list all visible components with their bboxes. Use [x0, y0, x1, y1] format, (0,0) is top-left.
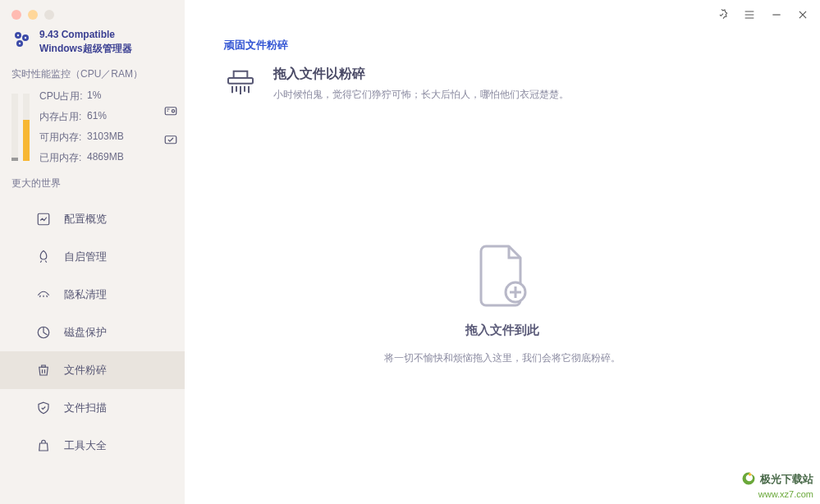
svg-point-4: [25, 37, 26, 39]
metric-free: 可用内存:3103MB: [39, 131, 153, 144]
nav-item-disk[interactable]: 磁盘保护: [0, 314, 185, 351]
drop-subtitle: 将一切不愉快和烦恼拖入这里，我们会将它彻底粉碎。: [384, 351, 621, 365]
nav-item-privacy[interactable]: 隐私清理: [0, 276, 185, 314]
shredder-icon: [224, 66, 257, 101]
drop-zone[interactable]: 拖入文件到此 将一切不愉快和烦恼拖入这里，我们会将它彻底粉碎。: [185, 102, 820, 504]
drop-title: 拖入文件到此: [465, 323, 539, 338]
nav-item-label: 隐私清理: [64, 287, 107, 302]
minimize-button[interactable]: [771, 9, 782, 23]
app-logo-icon: [11, 30, 31, 52]
metric-memory: 内存占用:61%: [39, 110, 153, 124]
svg-point-13: [749, 473, 752, 476]
world-section-label: 更大的世界: [0, 173, 185, 200]
nav-item-tools[interactable]: 工具大全: [0, 427, 185, 465]
nav-item-label: 磁盘保护: [64, 325, 107, 340]
menu-icon[interactable]: [743, 8, 756, 24]
app-title: 9.43 Compatible Windows超级管理器: [39, 28, 132, 56]
svg-point-7: [172, 109, 174, 112]
nav: 配置概览 自启管理 隐私清理 磁盘保护 文件粉碎 文件扫描: [0, 200, 185, 465]
window-controls: [715, 8, 809, 24]
nav-item-overview[interactable]: 配置概览: [0, 200, 185, 238]
close-traffic-light[interactable]: [11, 10, 21, 20]
metrics-panel: CPU占用:1% 内存占用:61% 可用内存:3103MB 已用内存:4869M…: [0, 88, 185, 173]
nav-item-scan[interactable]: 文件扫描: [0, 389, 185, 427]
sidebar: 9.43 Compatible Windows超级管理器 实时性能监控（CPU／…: [0, 0, 185, 504]
svg-point-5: [19, 43, 21, 44]
main-content: 顽固文件粉碎 拖入文件以粉碎 小时候怕鬼，觉得它们狰狞可怖；长大后怕人，哪怕他们…: [185, 0, 820, 504]
app-logo-row: 9.43 Compatible Windows超级管理器: [0, 25, 185, 67]
cpu-bar: [11, 94, 18, 161]
nav-item-label: 工具大全: [64, 438, 107, 453]
file-add-icon: [476, 241, 529, 309]
minimize-traffic-light[interactable]: [28, 10, 38, 20]
metric-cpu: CPU占用:1%: [39, 89, 153, 103]
page-subtitle: 小时候怕鬼，觉得它们狰狞可怖；长大后怕人，哪怕他们衣冠楚楚。: [273, 88, 569, 102]
svg-rect-11: [228, 78, 253, 84]
nav-item-label: 文件扫描: [64, 401, 107, 415]
memory-settings-icon[interactable]: [163, 104, 178, 121]
nav-item-shred[interactable]: 文件粉碎: [0, 351, 185, 389]
metric-used: 已用内存:4869MB: [39, 151, 153, 165]
svg-point-3: [17, 34, 19, 36]
nav-item-label: 配置概览: [64, 212, 107, 227]
zoom-traffic-light[interactable]: [44, 10, 54, 20]
metric-bars: [11, 94, 30, 161]
watermark-logo-icon: [740, 470, 757, 489]
nav-item-label: 文件粉碎: [64, 363, 107, 378]
badge-icon[interactable]: [715, 8, 728, 24]
nav-item-label: 自启管理: [64, 250, 107, 264]
monitor-section-label: 实时性能监控（CPU／RAM）: [0, 67, 185, 88]
traffic-lights: [0, 0, 185, 25]
header-block: 拖入文件以粉碎 小时候怕鬼，觉得它们狰狞可怖；长大后怕人，哪怕他们衣冠楚楚。: [185, 53, 820, 102]
page-title: 拖入文件以粉碎: [273, 66, 569, 83]
memory-bar: [23, 94, 30, 161]
memory-clean-icon[interactable]: [163, 133, 178, 150]
nav-item-startup[interactable]: 自启管理: [0, 238, 185, 276]
watermark: 极光下载站 www.xz7.com: [740, 470, 813, 499]
close-button[interactable]: [797, 9, 809, 23]
